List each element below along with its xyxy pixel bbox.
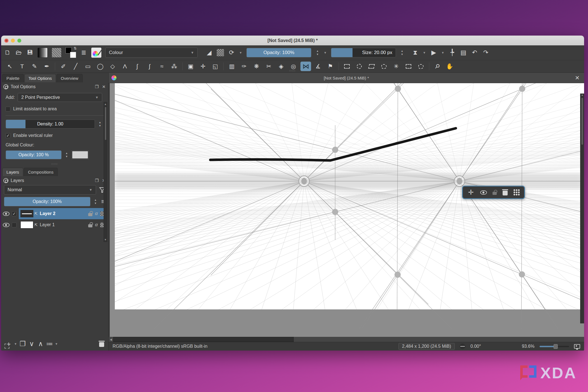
smart-patch-tool[interactable]: ✂ <box>263 62 274 71</box>
bezier-selection-tool[interactable] <box>403 62 414 71</box>
brush-size-spinner[interactable]: ▲▼ <box>400 50 404 56</box>
canvas-viewport[interactable]: ✛ ▲ <box>109 83 584 337</box>
reload-preset-icon[interactable]: ⟳ <box>228 50 235 56</box>
similar-colour-selection-tool[interactable]: ✳ <box>391 62 402 71</box>
rectangular-selection-tool[interactable] <box>342 62 352 71</box>
foreground-background-colors[interactable]: ⇅ <box>66 47 76 58</box>
close-subwindow-icon[interactable]: ✕ <box>575 74 580 81</box>
freehand-brush-tool[interactable]: ✐ <box>58 62 69 71</box>
assistant-handle[interactable] <box>519 271 525 277</box>
canvas-rotation-icon[interactable] <box>460 344 465 349</box>
transform-tool[interactable]: ▣ <box>185 62 196 71</box>
subwindow-titlebar[interactable]: [Not Saved] (24.5 MiB) * ✕ <box>109 73 584 83</box>
elliptical-selection-tool[interactable] <box>354 62 365 71</box>
move-assistant-icon[interactable]: ✛ <box>467 189 475 196</box>
redo-icon[interactable]: ↷ <box>482 50 489 56</box>
calligraphy-tool[interactable]: ✒ <box>41 62 52 71</box>
rectangle-tool[interactable]: ▭ <box>83 62 93 71</box>
line-tool[interactable]: ╱ <box>70 62 81 71</box>
patterns-tool[interactable]: ❋ <box>251 62 262 71</box>
magnetic-selection-tool[interactable] <box>416 62 426 71</box>
global-opacity-slider[interactable]: Opacity: 100 % <box>6 150 62 159</box>
opacity-spinner[interactable]: ▲▼ <box>315 50 320 56</box>
horizontal-scroll-thumb[interactable] <box>113 337 294 342</box>
docker-lock-icon[interactable] <box>3 178 8 183</box>
measure-tool[interactable]: ∡ <box>313 62 323 71</box>
polygon-tool[interactable]: ◇ <box>107 62 118 71</box>
assistants-tool[interactable]: ⋈ <box>300 62 311 71</box>
fill-tool[interactable]: ◈ <box>276 62 286 71</box>
brush-size-slider[interactable]: Size: 20.00 px <box>331 48 396 57</box>
chevron-down-icon[interactable]: ▼ <box>441 51 445 54</box>
float-docker-icon[interactable]: ❐ <box>95 84 99 89</box>
layer-checkbox[interactable] <box>12 223 17 227</box>
layer-properties-button[interactable]: ≔ <box>46 340 53 347</box>
docker-lock-icon[interactable] <box>3 84 8 89</box>
background-color[interactable] <box>70 52 76 58</box>
pan-tool[interactable]: ✋ <box>444 62 455 71</box>
polyline-tool[interactable]: Λ <box>120 62 130 71</box>
edit-shapes-tool[interactable]: ✎ <box>29 62 40 71</box>
crop-tool[interactable]: ◱ <box>210 62 221 71</box>
reference-images-tool[interactable]: ⚑ <box>325 62 336 71</box>
horizontal-scrollbar[interactable]: ◀ <box>109 337 584 342</box>
layer-checkbox[interactable]: ✓ <box>12 211 17 216</box>
document-dimensions-button[interactable]: 2,484 x 1,200 (24.5 MiB) <box>398 343 455 350</box>
assistant-handle[interactable] <box>332 147 338 153</box>
docker-drag-handle[interactable]: ∷∷∷ <box>1 163 108 165</box>
layer-visibility-icon[interactable] <box>3 223 10 227</box>
global-opacity-spinner[interactable]: ▲▼ <box>64 152 69 158</box>
freehand-path-tool[interactable]: ʃ <box>144 62 155 71</box>
layer-visibility-icon[interactable] <box>3 212 10 216</box>
select-shapes-tool[interactable]: ↖ <box>4 62 15 71</box>
assistant-grid-icon[interactable] <box>514 189 520 195</box>
fullscreen-icon[interactable] <box>574 344 580 349</box>
float-docker-icon[interactable]: ❐ <box>95 178 99 183</box>
toolbar-drag-handle[interactable]: ∷∷∷ <box>289 69 296 72</box>
delete-layer-button[interactable] <box>99 341 104 347</box>
save-document-icon[interactable]: 💾︎ <box>26 50 34 56</box>
assistant-type-dropdown[interactable]: 2 Point Perspective ▼ <box>18 93 102 102</box>
pattern-chooser[interactable] <box>52 48 62 58</box>
chevron-down-icon[interactable]: ▼ <box>14 342 17 346</box>
tab-compositions[interactable]: Compositions <box>24 168 58 176</box>
move-layer-down-button[interactable]: ∨ <box>28 340 35 347</box>
selection-display-icon[interactable] <box>4 344 10 349</box>
layer-lock-icon[interactable] <box>88 224 92 227</box>
layer-alpha-icon[interactable]: α <box>95 222 98 228</box>
density-spinner[interactable]: ▲▼ <box>98 121 102 127</box>
scroll-left-icon[interactable]: ◀ <box>109 338 113 341</box>
duplicate-layer-button[interactable]: ❐ <box>19 340 26 347</box>
tab-palette[interactable]: Palette <box>2 74 24 82</box>
layer-thumbnail[interactable] <box>20 210 33 217</box>
vertical-mirror-icon[interactable]: ▶ <box>430 50 437 56</box>
vanishing-point-center[interactable] <box>301 178 307 185</box>
layer-alpha-icon[interactable]: α <box>95 211 98 216</box>
bezier-curve-tool[interactable]: ∫ <box>132 62 143 71</box>
preserve-alpha-icon[interactable] <box>217 49 224 56</box>
assistant-handle[interactable] <box>332 209 338 215</box>
layer-row[interactable]: ✓⇱Layer 2α <box>1 208 108 219</box>
assistant-handle[interactable] <box>519 86 525 92</box>
zoom-tool[interactable]: ⚲ <box>430 59 445 74</box>
workspace-chooser-icon[interactable]: ▤ <box>460 50 467 56</box>
global-colour-swatch[interactable] <box>72 151 88 159</box>
trim-to-image-icon[interactable]: ╄ <box>449 50 456 56</box>
brush-editor-icon[interactable] <box>91 48 101 58</box>
text-tool[interactable]: T <box>17 62 27 71</box>
assistant-handle[interactable] <box>395 272 401 278</box>
layer-row[interactable]: ⇱Layer 1α <box>1 219 108 230</box>
vertical-scrollbar[interactable]: ▲ <box>580 94 584 323</box>
swap-colors-icon[interactable]: ⇅ <box>74 46 77 50</box>
tab-overview[interactable]: Overview <box>57 74 83 82</box>
chevron-down-icon[interactable]: ▼ <box>239 51 242 54</box>
layer-lock-icon[interactable] <box>88 213 92 216</box>
layer-opacity-slider[interactable]: Opacity: 100% <box>4 197 90 206</box>
freehand-selection-tool[interactable] <box>379 62 389 71</box>
chevron-down-icon[interactable]: ▼ <box>55 342 58 346</box>
toggle-assistant-visibility-icon[interactable] <box>480 190 487 195</box>
horizontal-mirror-icon[interactable]: ⧗︎ <box>412 50 419 56</box>
dock-scrollbar[interactable]: ▲▼ <box>104 102 107 242</box>
new-document-icon[interactable]: 🗋︎ <box>4 50 11 56</box>
assistant-handle[interactable] <box>395 86 401 92</box>
